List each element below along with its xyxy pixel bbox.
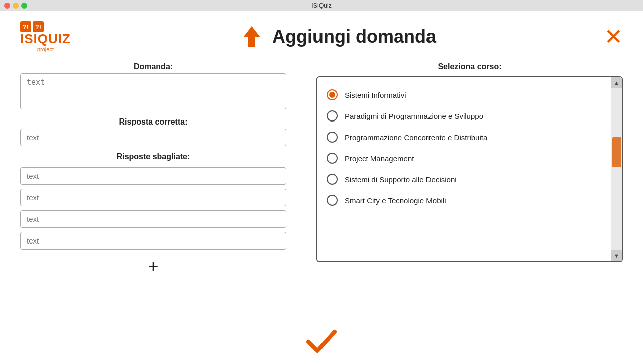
close-button[interactable]: ✕ (604, 26, 623, 48)
logo-qmark-1: ?! (20, 21, 31, 32)
maximize-window-btn[interactable] (21, 3, 27, 9)
wrong-answer-input-3[interactable] (20, 210, 286, 228)
course-list-wrapper: Sistemi Informativi Paradigmi di Program… (317, 77, 622, 261)
footer (0, 321, 643, 364)
radio-project-management (327, 153, 338, 164)
course-name-programmazione-concorrente: Programmazione Concorrente e Distribuita (345, 133, 487, 142)
scroll-thumb (612, 137, 621, 167)
add-answer-button[interactable]: + (20, 258, 286, 276)
course-list-container: Sistemi Informativi Paradigmi di Program… (316, 76, 623, 262)
course-item-sistemi-supporto[interactable]: Sistemi di Supporto alle Decisioni (327, 169, 602, 190)
right-panel: Seleziona corso: Sistemi Informativi (316, 62, 623, 321)
logo-project: project (20, 46, 71, 52)
header-center: Aggiungi domanda (239, 24, 436, 49)
window-controls (4, 3, 27, 9)
risposta-corretta-label: Risposta corretta: (20, 117, 286, 127)
header: ?! ?! ISIQUIZ project Aggiungi domanda ✕ (0, 11, 643, 57)
wrong-answer-input-1[interactable] (20, 167, 286, 185)
scroll-down-button[interactable]: ▼ (611, 250, 622, 261)
course-item-programmazione-concorrente[interactable]: Programmazione Concorrente e Distribuita (327, 127, 602, 148)
logo: ?! ?! ISIQUIZ project (20, 21, 71, 52)
domanda-input[interactable] (20, 73, 286, 109)
checkmark-icon (306, 329, 337, 354)
course-name-sistemi-informativi: Sistemi Informativi (345, 91, 406, 99)
course-item-paradigmi[interactable]: Paradigmi di Programmazione e Sviluppo (327, 105, 602, 127)
radio-paradigmi (327, 110, 338, 122)
course-item-project-management[interactable]: Project Management (327, 148, 602, 169)
risposte-sbagliate-section: Risposte sbagliate: (20, 152, 286, 250)
wrong-answer-input-2[interactable] (20, 189, 286, 206)
radio-smart-city (327, 195, 338, 206)
radio-sistemi-supporto (327, 174, 338, 185)
radio-sistemi-informativi (327, 89, 338, 100)
risposta-corretta-section: Risposta corretta: (20, 117, 286, 146)
content-area: Domanda: Risposta corretta: Risposte sba… (0, 57, 643, 321)
page-title: Aggiungi domanda (272, 26, 436, 47)
wrong-answer-input-4[interactable] (20, 232, 286, 250)
close-icon: ✕ (604, 24, 623, 49)
close-window-btn[interactable] (4, 3, 10, 9)
course-name-paradigmi: Paradigmi di Programmazione e Sviluppo (345, 112, 483, 120)
course-name-smart-city: Smart City e Tecnologie Mobili (345, 196, 446, 205)
course-name-project-management: Project Management (345, 154, 414, 163)
course-item-smart-city[interactable]: Smart City e Tecnologie Mobili (327, 190, 602, 211)
logo-text: ISIQUIZ (20, 32, 71, 45)
minimize-window-btn[interactable] (13, 3, 19, 9)
risposta-corretta-input[interactable] (20, 129, 286, 146)
radio-inner-sistemi-informativi (329, 92, 335, 98)
course-list: Sistemi Informativi Paradigmi di Program… (317, 77, 611, 261)
scrollbar: ▲ ▼ (611, 77, 622, 261)
course-item-sistemi-informativi[interactable]: Sistemi Informativi (327, 84, 602, 105)
logo-icon-area: ?! ?! (20, 21, 44, 32)
radio-programmazione-concorrente (327, 132, 338, 143)
domanda-section: Domanda: (20, 62, 286, 111)
risposte-sbagliate-label: Risposte sbagliate: (20, 152, 286, 161)
logo-qmark-2: ?! (33, 21, 44, 32)
scroll-track (611, 88, 622, 250)
main-window: ?! ?! ISIQUIZ project Aggiungi domanda ✕ (0, 11, 643, 364)
domanda-label: Domanda: (20, 62, 286, 71)
confirm-button[interactable] (306, 329, 337, 354)
course-name-sistemi-supporto: Sistemi di Supporto alle Decisioni (345, 175, 457, 184)
scroll-up-button[interactable]: ▲ (611, 77, 622, 88)
upload-icon (239, 24, 264, 49)
seleziona-corso-label: Seleziona corso: (316, 62, 623, 71)
titlebar-title: ISIQuiz (311, 2, 331, 9)
titlebar: ISIQuiz (0, 0, 643, 11)
left-panel: Domanda: Risposta corretta: Risposte sba… (20, 62, 286, 321)
svg-marker-0 (243, 26, 260, 47)
